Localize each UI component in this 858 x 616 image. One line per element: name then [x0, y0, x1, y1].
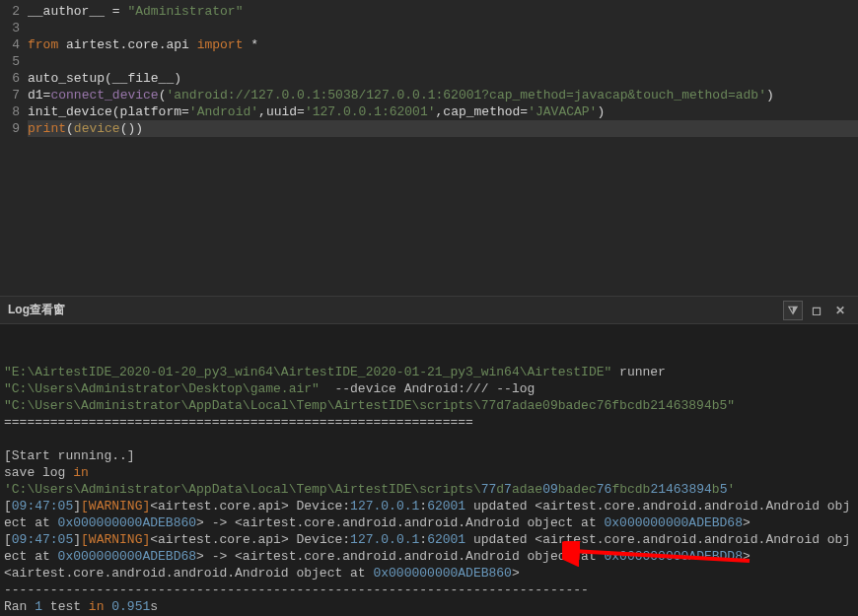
- log-line: <airtest.core.android.android.Android ob…: [4, 565, 854, 582]
- code-editor[interactable]: 23456789 __author__ = "Administrator" fr…: [0, 0, 858, 296]
- log-line: 'C:\Users\Administrator\AppData\Local\Te…: [4, 481, 854, 498]
- line-number: 9: [0, 120, 28, 137]
- line-number: 4: [0, 36, 28, 53]
- log-line: "C:\Users\Administrator\Desktop\game.air…: [4, 380, 854, 397]
- log-output[interactable]: "E:\AirtestIDE_2020-01-20_py3_win64\Airt…: [0, 324, 858, 616]
- log-line: [09:47:05][WARNING]<airtest.core.api> De…: [4, 498, 854, 531]
- log-line: Ran 1 test in 0.951s: [4, 598, 854, 615]
- log-line: [4, 431, 854, 447]
- line-number: 5: [0, 53, 28, 70]
- log-line: "E:\AirtestIDE_2020-01-20_py3_win64\Airt…: [4, 364, 854, 380]
- code-area[interactable]: __author__ = "Administrator" from airtes…: [28, 0, 858, 296]
- log-title-bar: Log查看窗 ⧩ ◻ ✕: [0, 297, 858, 324]
- code-line[interactable]: [28, 20, 858, 36]
- line-number: 6: [0, 70, 28, 87]
- line-number: 7: [0, 87, 28, 103]
- code-line[interactable]: [28, 53, 858, 70]
- code-line[interactable]: from airtest.core.api import *: [28, 36, 858, 53]
- restore-icon[interactable]: ◻: [807, 301, 826, 320]
- code-line[interactable]: d1=connect_device('android://127.0.0.1:5…: [28, 87, 858, 103]
- code-line[interactable]: init_device(platform='Android',uuid='127…: [28, 103, 858, 120]
- line-gutter: 23456789: [0, 0, 28, 296]
- log-line: [09:47:05][WARNING]<airtest.core.api> De…: [4, 531, 854, 565]
- code-line[interactable]: __author__ = "Administrator": [28, 3, 858, 20]
- line-number: 3: [0, 20, 28, 36]
- close-icon[interactable]: ✕: [830, 301, 850, 320]
- code-line[interactable]: print(device()): [28, 120, 858, 137]
- log-line: "C:\Users\Administrator\AppData\Local\Te…: [4, 397, 854, 414]
- line-number: 8: [0, 103, 28, 120]
- log-panel: Log查看窗 ⧩ ◻ ✕ "E:\AirtestIDE_2020-01-20_p…: [0, 296, 858, 616]
- log-line: ----------------------------------------…: [4, 582, 854, 598]
- log-line: ========================================…: [4, 414, 854, 431]
- code-line[interactable]: auto_setup(__file__): [28, 70, 858, 87]
- log-line: save log in: [4, 464, 854, 481]
- filter-icon[interactable]: ⧩: [783, 301, 803, 320]
- log-line: [Start running..]: [4, 447, 854, 464]
- line-number: 2: [0, 3, 28, 20]
- log-title: Log查看窗: [8, 302, 65, 318]
